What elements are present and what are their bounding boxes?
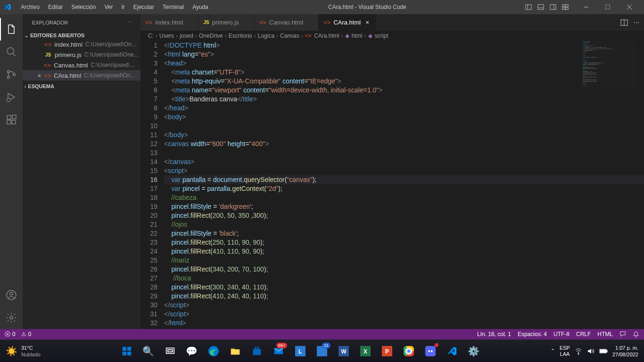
task-view-icon[interactable] <box>161 342 180 361</box>
svg-rect-6 <box>562 5 565 7</box>
app-l-icon[interactable]: L <box>291 342 310 361</box>
warnings-count[interactable]: ⚠ 0 <box>21 330 32 338</box>
svg-point-18 <box>13 74 16 76</box>
breadcrumb-item[interactable]: josed <box>180 33 193 39</box>
menu-ver[interactable]: Ver <box>100 2 116 12</box>
editor-tab[interactable]: <>CAra.html× <box>319 14 376 31</box>
chrome-icon[interactable] <box>399 342 418 361</box>
breadcrumb-item[interactable]: Canvas <box>280 33 299 39</box>
weather-widget[interactable]: ☀️ 31°C Nublado <box>6 345 41 358</box>
sidebar-title: EXPLORADOR <box>32 20 68 25</box>
open-editors-section[interactable]: ⌄ EDITORES ABIERTOS <box>23 32 140 39</box>
file-explorer-icon[interactable] <box>226 342 245 361</box>
powerpoint-icon[interactable]: P <box>378 342 396 361</box>
breadcrumb-item[interactable]: ◈ html <box>345 33 363 39</box>
svg-rect-31 <box>123 351 126 355</box>
mail-icon[interactable]: 99+ <box>269 342 288 361</box>
language-indicator[interactable]: ESPLAA <box>560 345 570 357</box>
source-control-icon[interactable] <box>0 63 23 86</box>
settings-gear-icon[interactable] <box>0 306 23 329</box>
wifi-icon[interactable] <box>575 347 582 355</box>
breadcrumb-item[interactable]: ◈ script <box>368 33 388 39</box>
menu-ejecutar[interactable]: Ejecutar <box>130 2 158 12</box>
file-path: C:\Users\josed\One... <box>85 41 139 48</box>
main-menu: ArchivoEditarSelecciónVerIrEjecutarTermi… <box>17 2 212 12</box>
code-content[interactable]: <!DOCTYPE html><html lang="es"><head> <m… <box>164 41 644 329</box>
more-icon[interactable]: ⋯ <box>128 19 133 25</box>
svg-rect-37 <box>255 347 258 349</box>
edge-icon[interactable] <box>204 342 223 361</box>
svg-point-17 <box>8 76 10 79</box>
discord-icon[interactable] <box>421 342 440 361</box>
editor-tab[interactable]: <>index.html× <box>140 14 198 31</box>
svg-rect-60 <box>606 350 607 352</box>
clock[interactable]: 1:07 p. m. 27/08/2022 <box>612 345 638 358</box>
svg-rect-29 <box>123 346 126 350</box>
chat-icon[interactable]: 💬 <box>182 342 201 361</box>
tray-chevron-icon[interactable]: ⌃ <box>551 348 555 354</box>
section-label: ESQUEMA <box>28 83 54 89</box>
menu-terminal[interactable]: Terminal <box>159 2 188 12</box>
layout-right-icon[interactable] <box>547 0 559 14</box>
explorer-icon[interactable] <box>0 18 23 41</box>
battery-icon[interactable] <box>599 348 608 354</box>
indent-setting[interactable]: Espacios: 4 <box>518 331 547 337</box>
open-editor-item[interactable]: ×<>index.htmlC:\Users\josed\One... <box>23 39 140 49</box>
store-icon[interactable] <box>248 342 266 361</box>
editor-tab[interactable]: JSprimero.js× <box>198 14 254 31</box>
minimize-button[interactable] <box>575 0 597 14</box>
open-editor-item[interactable]: ×<>CAra.htmlC:\Users\josed\OneD... <box>23 70 140 81</box>
errors-count[interactable]: ⓧ 0 <box>5 330 16 338</box>
breadcrumb-item[interactable]: <> CAra.html <box>305 33 339 39</box>
layout-grid-icon[interactable] <box>559 0 571 14</box>
menu-archivo[interactable]: Archivo <box>17 2 43 12</box>
outline-section[interactable]: › ESQUEMA <box>23 82 140 90</box>
breadcrumb-item[interactable]: Logica <box>258 33 274 39</box>
menu-selección[interactable]: Selección <box>67 2 99 12</box>
accounts-icon[interactable] <box>0 284 23 306</box>
tab-label: primero.js <box>212 19 239 26</box>
breadcrumb-item[interactable]: OneDrive <box>199 33 223 39</box>
start-button[interactable] <box>117 342 136 361</box>
menu-ayuda[interactable]: Ayuda <box>189 2 212 12</box>
feedback-icon[interactable] <box>619 331 626 337</box>
svg-text:P: P <box>385 348 389 354</box>
close-icon[interactable]: × <box>363 19 371 26</box>
close-icon[interactable]: × <box>36 72 43 79</box>
breadcrumb-item[interactable]: C: <box>148 33 154 39</box>
svg-point-14 <box>7 48 14 54</box>
cursor-position[interactable]: Lín. 16, col. 1 <box>477 331 511 337</box>
bell-icon[interactable] <box>633 331 639 337</box>
language-mode[interactable]: HTML <box>597 331 613 337</box>
more-icon[interactable]: ⋯ <box>634 19 639 26</box>
extensions-icon[interactable] <box>0 108 23 131</box>
word-icon[interactable]: W <box>334 342 353 361</box>
code-area[interactable]: 1234567891011121314151617181920212223242… <box>140 41 644 329</box>
minimap[interactable]: <!DOCTYPE html><html lang="es"><head> <m… <box>581 41 637 88</box>
vscode-taskbar-icon[interactable] <box>443 342 462 361</box>
layout-bottom-icon[interactable] <box>535 0 547 14</box>
breadcrumbs[interactable]: C:›Users›josed›OneDrive›Escritorio›Logic… <box>140 31 644 41</box>
app-square-icon[interactable]: 21 <box>313 342 331 361</box>
breadcrumb-item[interactable]: Escritorio <box>229 33 252 39</box>
volume-icon[interactable] <box>587 347 594 355</box>
run-debug-icon[interactable] <box>0 86 23 108</box>
breadcrumb-item[interactable]: Users <box>159 33 174 39</box>
excel-icon[interactable]: X <box>356 342 375 361</box>
svg-point-54 <box>407 350 410 353</box>
layout-left-icon[interactable] <box>522 0 535 14</box>
close-button[interactable] <box>619 0 640 14</box>
split-editor-icon[interactable] <box>620 19 628 26</box>
search-taskbar-icon[interactable]: 🔍 <box>139 342 158 361</box>
maximize-button[interactable] <box>597 0 619 14</box>
search-icon[interactable] <box>0 41 23 63</box>
menu-editar[interactable]: Editar <box>44 2 66 12</box>
settings-taskbar-icon[interactable]: ⚙️ <box>464 342 483 361</box>
editor-tab[interactable]: <>Canvas.html× <box>255 14 319 31</box>
open-editor-item[interactable]: ×JSprimero.jsC:\Users\josed\One... <box>23 49 140 60</box>
menu-ir[interactable]: Ir <box>117 2 128 12</box>
open-editor-item[interactable]: ×<>Canvas.htmlC:\Users\josed\On... <box>23 60 140 70</box>
eol[interactable]: CRLF <box>576 331 591 337</box>
encoding[interactable]: UTF-8 <box>553 331 570 337</box>
svg-rect-61 <box>600 350 606 353</box>
